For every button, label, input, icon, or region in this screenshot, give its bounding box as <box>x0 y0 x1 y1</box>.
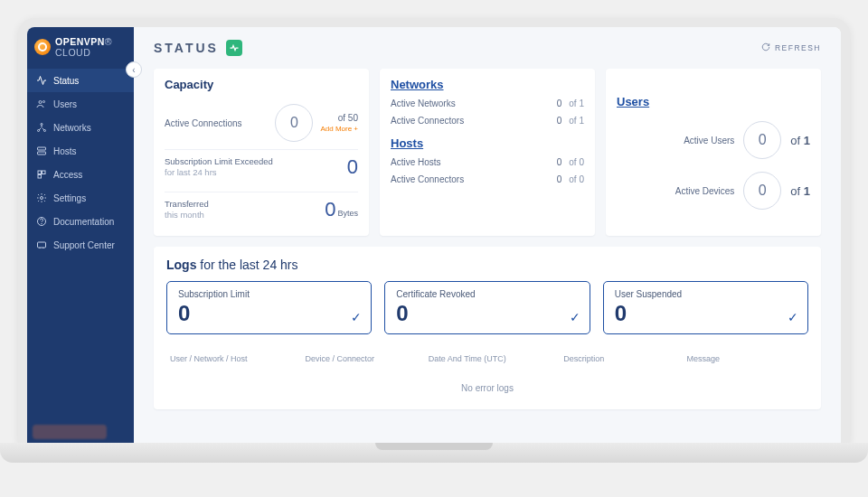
log-box-title: Subscription Limit <box>178 289 360 299</box>
sidebar-item-users[interactable]: Users <box>27 92 134 116</box>
log-box-subscription-limit[interactable]: Subscription Limit 0 ✓ <box>166 281 372 334</box>
capacity-card: Capacity Active Connections 0 of 50 Add … <box>154 69 369 236</box>
access-icon <box>36 169 47 180</box>
log-table-headers: User / Network / Host Device / Connector… <box>166 349 808 374</box>
net-active-connectors-label: Active Connectors <box>391 116 550 126</box>
active-hosts-of: of 0 <box>569 157 584 167</box>
svg-point-1 <box>43 101 45 103</box>
active-devices-value: 0 <box>743 172 781 210</box>
svg-rect-6 <box>38 152 46 155</box>
transferred-label: Transferred <box>165 199 209 209</box>
log-box-value: 0 <box>396 301 578 326</box>
active-hosts-label: Active Hosts <box>391 157 550 167</box>
log-header: Message <box>687 354 805 363</box>
topbar: STATUS REFRESH <box>134 27 841 65</box>
svg-rect-7 <box>38 171 42 174</box>
heartbeat-icon <box>226 40 242 56</box>
active-users-label: Active Users <box>617 136 734 145</box>
log-box-title: Certificate Revoked <box>396 289 578 299</box>
no-logs-message: No error logs <box>166 374 808 393</box>
host-active-connectors-value: 0 <box>550 174 570 184</box>
transferred-value: 0 <box>325 198 335 221</box>
sidebar-item-label: Documentation <box>53 217 114 227</box>
active-connections-label: Active Connections <box>165 117 268 129</box>
sidebar-item-documentation[interactable]: Documentation <box>27 210 134 233</box>
svg-point-12 <box>42 223 42 224</box>
gear-icon <box>36 192 47 203</box>
transferred-unit: Bytes <box>337 209 358 218</box>
networks-title-link[interactable]: Networks <box>391 78 584 91</box>
net-active-connectors-value: 0 <box>550 116 570 126</box>
active-hosts-value: 0 <box>550 157 570 167</box>
active-networks-label: Active Networks <box>391 98 550 108</box>
sidebar-item-label: Hosts <box>53 146 77 156</box>
hosts-title-link[interactable]: Hosts <box>391 136 584 150</box>
active-users-of: of 1 <box>790 134 810 147</box>
svg-point-2 <box>41 124 42 126</box>
log-header: User / Network / Host <box>170 354 299 363</box>
active-connections-value: 0 <box>275 104 313 142</box>
sidebar-item-label: Support Center <box>53 240 115 250</box>
page-title: STATUS <box>154 41 219 55</box>
activity-icon <box>36 75 47 86</box>
log-box-value: 0 <box>615 301 797 326</box>
openvpn-logo-icon <box>34 39 51 55</box>
refresh-icon <box>761 42 770 53</box>
svg-rect-9 <box>38 175 42 179</box>
sidebar-item-label: Status <box>53 76 79 86</box>
sidebar-item-label: Access <box>53 170 82 180</box>
sidebar-item-status[interactable]: Status <box>27 69 134 92</box>
sidebar-item-label: Users <box>53 99 77 109</box>
svg-point-0 <box>39 101 42 104</box>
active-devices-of: of 1 <box>790 184 810 198</box>
svg-point-10 <box>41 197 43 200</box>
users-title-link[interactable]: Users <box>617 95 810 108</box>
logs-card: Logs for the last 24 hrs Subscription Li… <box>154 247 821 409</box>
network-icon <box>36 122 47 133</box>
sub-limit-value: 0 <box>347 155 358 179</box>
log-box-user-suspended[interactable]: User Suspended 0 ✓ <box>603 281 808 334</box>
decorative-blur <box>33 425 107 439</box>
sidebar-item-label: Settings <box>53 193 86 203</box>
sidebar-collapse-button[interactable]: ‹ <box>126 61 142 78</box>
host-active-connectors-of: of 0 <box>569 174 584 184</box>
log-header: Device / Connector <box>305 354 422 363</box>
log-box-certificate-revoked[interactable]: Certificate Revoked 0 ✓ <box>384 281 590 334</box>
active-connections-of: of 50 <box>320 113 358 123</box>
active-networks-value: 0 <box>550 98 570 108</box>
networks-hosts-card: Networks Active Networks 0 of 1 Active C… <box>380 69 595 236</box>
svg-rect-13 <box>38 242 46 248</box>
add-more-link[interactable]: Add More + <box>320 125 358 133</box>
transferred-sublabel: this month <box>165 210 204 220</box>
log-header: Description <box>563 354 681 363</box>
support-icon <box>36 239 47 250</box>
logs-title: Logs for the last 24 hrs <box>166 258 808 272</box>
sidebar-item-label: Networks <box>53 123 91 133</box>
sub-limit-sublabel: for last 24 hrs <box>165 167 217 177</box>
active-devices-label: Active Devices <box>617 186 734 196</box>
brand-text: OPENVPN®CLOUD <box>55 36 112 58</box>
users-card: Users Active Users 0 of 1 Active Devices… <box>606 69 821 236</box>
active-users-value: 0 <box>743 121 781 159</box>
check-icon: ✓ <box>570 310 580 324</box>
check-icon: ✓ <box>351 310 362 324</box>
sidebar-item-access[interactable]: Access <box>27 163 134 186</box>
capacity-title: Capacity <box>165 78 358 91</box>
active-networks-of: of 1 <box>569 98 584 108</box>
brand-logo: OPENVPN®CLOUD <box>27 27 134 69</box>
log-header: Date And Time (UTC) <box>429 354 558 363</box>
svg-rect-8 <box>42 171 46 174</box>
sidebar-item-support[interactable]: Support Center <box>27 233 134 257</box>
sidebar-item-networks[interactable]: Networks <box>27 116 134 139</box>
sidebar: OPENVPN®CLOUD ‹ Status Users Networks <box>27 27 134 443</box>
refresh-button[interactable]: REFRESH <box>761 42 821 53</box>
sidebar-item-hosts[interactable]: Hosts <box>27 139 134 163</box>
log-box-value: 0 <box>178 301 360 326</box>
help-icon <box>36 216 47 227</box>
net-active-connectors-of: of 1 <box>569 116 584 126</box>
users-icon <box>36 98 47 109</box>
svg-rect-5 <box>38 147 46 150</box>
check-icon: ✓ <box>788 310 798 324</box>
sidebar-item-settings[interactable]: Settings <box>27 186 134 210</box>
refresh-label: REFRESH <box>775 43 821 52</box>
